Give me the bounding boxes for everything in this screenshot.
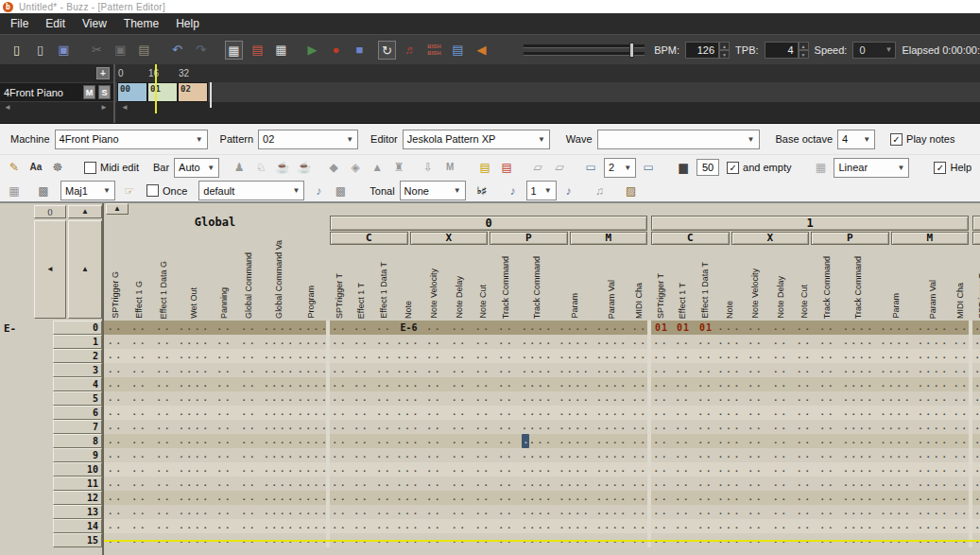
pattern-cell[interactable]: .. [817,491,839,505]
pattern-cell[interactable]: .... [558,434,593,448]
pattern-cell[interactable]: .. [104,335,128,349]
pattern-cell[interactable]: .. [972,505,980,519]
row-number-button[interactable]: 1 [53,335,102,349]
pattern-cell[interactable]: .. [954,462,969,477]
pattern-cell[interactable]: .. [448,377,472,391]
pattern-combo[interactable]: 02▼ [258,130,358,149]
pattern-cell[interactable]: .. [330,434,351,448]
gear-icon[interactable]: ☸ [49,159,66,176]
pattern-cell[interactable]: .... [518,505,558,519]
pattern-cell[interactable]: ... [396,363,421,377]
bpm-value[interactable]: 126 [685,42,719,59]
pattern-cell[interactable]: ... [717,491,743,505]
pattern-cell[interactable]: .... [914,391,954,406]
pattern-cell[interactable]: .. [817,462,839,477]
merge-icon[interactable]: M [441,159,458,176]
open-file-icon[interactable]: ▯ [31,41,49,60]
pattern-cell[interactable]: .. [651,377,672,391]
pattern-cell[interactable]: .. [448,519,472,533]
pattern-cell[interactable]: .... [558,349,593,363]
pattern-cell[interactable]: .. [672,349,695,363]
pattern-cell[interactable]: .. [954,349,969,363]
pattern-cell[interactable]: .. [448,363,472,377]
pattern-block-01[interactable]: 01 [147,82,178,102]
pattern-cell[interactable]: .... [914,505,954,519]
pattern-cell[interactable]: .... [593,406,632,420]
pattern-cell[interactable]: .. [743,462,769,477]
pattern-cell[interactable]: .. [104,377,128,391]
preset-note-icon[interactable]: ♪ [310,182,327,199]
pattern-cell[interactable]: .... [593,377,632,391]
pattern-cell[interactable]: .. [128,335,152,349]
pattern-cell[interactable]: .... [298,349,326,363]
pattern-cell[interactable]: .... [298,321,326,335]
pattern-cell[interactable]: .. [237,335,262,349]
pattern-cell[interactable]: .. [495,349,518,363]
pattern-cell[interactable]: .. [972,335,980,349]
speaker-icon[interactable]: ◀ [473,41,490,60]
undo-icon[interactable]: ↶ [168,41,186,60]
pattern-cell[interactable]: .... [593,335,632,349]
pattern-cell[interactable]: .. [651,519,672,533]
pattern-cell[interactable]: .. [793,420,817,434]
pattern-cell[interactable]: .. [769,448,793,462]
pattern-cell[interactable]: .. [330,335,351,349]
tpb-spin-arrows[interactable]: ▲▼ [799,42,809,59]
tonal-combo[interactable]: None▼ [400,181,466,200]
pattern-cell[interactable]: .... [914,349,954,363]
pattern-cell[interactable]: .. [632,505,647,519]
font-icon[interactable]: Aa [27,159,44,176]
pattern-cell[interactable]: .. [769,406,793,420]
pattern-cell[interactable]: .. [472,434,495,448]
pattern-cell[interactable]: .. [237,406,262,420]
notes-icon[interactable]: ♫ [592,182,609,199]
pattern-cell[interactable]: .. [351,349,373,363]
pattern-cell[interactable]: .. [695,420,717,434]
pattern-cell[interactable]: .... [518,377,558,391]
pattern-cell[interactable]: .. [448,406,472,420]
pattern-cell[interactable]: .. [695,477,717,491]
pattern-cell[interactable]: .. [373,363,396,377]
pattern-cell[interactable]: .... [518,477,558,491]
pattern-cell[interactable]: .. [817,477,839,491]
pattern-cell[interactable]: .. [152,477,177,491]
pattern-cell[interactable]: .. [695,335,717,349]
checkbox[interactable]: ✓ [934,162,946,174]
pattern-cell[interactable]: .. [213,377,237,391]
pattern-cell[interactable]: .. [351,519,373,533]
pattern-cell[interactable]: ... [396,448,421,462]
page-back-icon[interactable]: ▱ [529,159,546,176]
pattern-cell[interactable]: .. [695,505,717,519]
pattern-cell[interactable]: .... [914,519,954,533]
pattern-cell[interactable]: .... [262,434,298,448]
pattern-cell[interactable]: .. [237,491,262,505]
row-delete-icon[interactable]: ▤ [498,159,515,176]
pattern-cell[interactable]: .. [817,448,839,462]
pattern-cell[interactable]: .. [632,391,647,406]
pattern-cell[interactable]: .. [632,477,647,491]
pattern-cell[interactable]: .. [954,420,969,434]
pattern-cell[interactable]: 01 [651,321,672,335]
pattern-cell[interactable]: .. [421,477,448,491]
pattern-cell[interactable]: .... [914,448,954,462]
pattern-cell[interactable]: .. [954,363,969,377]
pattern-cell[interactable]: .. [104,420,128,434]
collapse-left-panel-button[interactable]: ◄ [34,220,66,319]
pattern-cell[interactable]: .. [237,377,262,391]
pattern-cell[interactable]: .... [262,448,298,462]
pattern-cell[interactable]: .... [518,491,558,505]
pattern-cell[interactable]: .. [421,321,448,335]
pattern-cell[interactable]: .... [839,406,879,420]
pattern-cell[interactable]: .. [421,505,448,519]
menu-item-help[interactable]: Help [167,14,208,33]
pattern-cell[interactable]: .. [213,491,237,505]
mountain-icon[interactable]: ▲ [369,159,386,176]
pattern-cell[interactable]: .. [632,434,647,448]
pattern-cell[interactable]: .... [518,406,558,420]
pattern-cell[interactable]: .... [879,448,914,462]
pattern-cell[interactable]: .... [839,491,879,505]
mute-button[interactable]: M [83,85,95,99]
pattern-cell[interactable]: .... [879,434,914,448]
pattern-cell[interactable]: .. [330,519,351,533]
pattern-cell[interactable]: ... [396,491,421,505]
